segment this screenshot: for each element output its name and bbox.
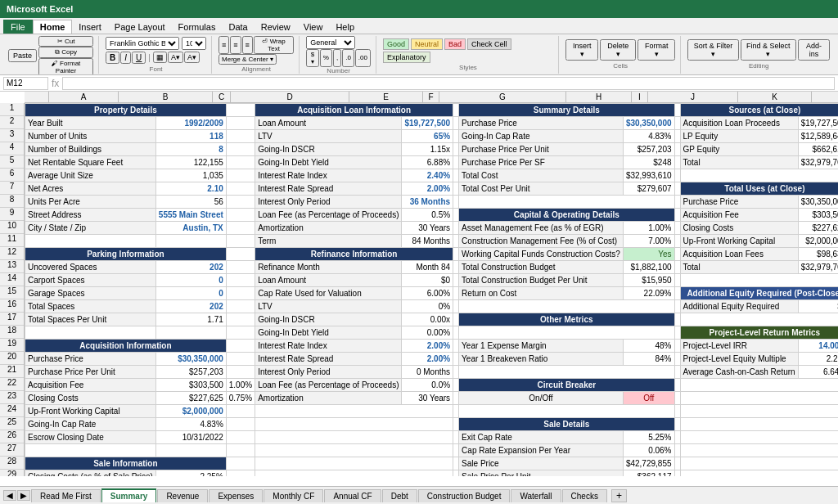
cut-button[interactable]: ✂ Cut bbox=[38, 36, 93, 47]
cmf-value: 7.00% bbox=[623, 235, 674, 248]
underline-button[interactable]: U bbox=[132, 52, 146, 64]
garage-spaces-label: Garage Spaces bbox=[25, 287, 156, 300]
units-per-acre-label: Units Per Acre bbox=[25, 196, 156, 209]
wc-const-label: Working Capital Funds Construction Costs… bbox=[459, 248, 624, 261]
avg-coc-value: 6.64% bbox=[798, 366, 838, 379]
going-in-dscr-value: 1.15x bbox=[402, 143, 453, 156]
italic-button[interactable]: I bbox=[120, 52, 131, 64]
purchase-price-value: $30,350,000 bbox=[623, 117, 674, 130]
number-format-selector[interactable]: General bbox=[306, 36, 355, 49]
tab-file[interactable]: File bbox=[3, 20, 33, 34]
align-right-button[interactable]: ≡ bbox=[242, 36, 253, 54]
addins-button[interactable]: Add-ins bbox=[798, 39, 830, 61]
uses-pp-value: $30,350,000 bbox=[798, 196, 838, 209]
number-label: Number bbox=[306, 67, 371, 74]
circuit-on-off-label: On/Off bbox=[459, 392, 624, 405]
find-select-button[interactable]: Find & Select ▾ bbox=[741, 39, 796, 61]
exit-cap-rate-value: 5.25% bbox=[623, 431, 674, 444]
refi-ir-spread-label: Interest Rate Spread bbox=[255, 353, 402, 366]
spaces-per-unit-value: 1.71 bbox=[155, 313, 226, 326]
lp-equity-value: $12,589,649 bbox=[798, 130, 838, 143]
num-units-value: 118 bbox=[155, 130, 226, 143]
acq-fee-label: Acquisition Fee bbox=[25, 379, 156, 392]
circuit-breaker-header: Circuit Breaker bbox=[459, 379, 674, 392]
align-left-button[interactable]: ≡ bbox=[219, 36, 229, 54]
tab-home[interactable]: Home bbox=[33, 20, 73, 34]
sources-close-header: Sources (at Close) bbox=[680, 104, 838, 117]
refi-ir-index-value: 2.00% bbox=[402, 340, 453, 353]
tab-data[interactable]: Data bbox=[222, 20, 254, 34]
align-center-button[interactable]: ≡ bbox=[230, 36, 241, 54]
cmf-label: Construction Management Fee (% of Cost) bbox=[459, 235, 624, 248]
formula-input[interactable] bbox=[62, 77, 835, 90]
refi-month-value: Month 84 bbox=[402, 261, 453, 274]
escrow-closing-label: Escrow Closing Date bbox=[25, 431, 156, 444]
tab-review[interactable]: Review bbox=[255, 20, 297, 34]
project-irr-label: Project-Level IRR bbox=[680, 340, 798, 353]
uses-closing-costs-value: $227,625 bbox=[798, 222, 838, 235]
interest-rate-spread-label: Interest Rate Spread bbox=[255, 182, 402, 196]
sort-filter-button[interactable]: Sort & Filter ▾ bbox=[687, 39, 738, 61]
font-label: Font bbox=[106, 65, 206, 73]
year-built-label: Year Built bbox=[25, 117, 156, 130]
name-box[interactable] bbox=[3, 77, 48, 90]
insert-button[interactable]: Insert ▾ bbox=[565, 39, 598, 61]
going-in-cap-rate-sum-value: 4.83% bbox=[623, 130, 674, 143]
avg-coc-label: Average Cash-on-Cash Return bbox=[680, 366, 798, 379]
ribbon-bar: Microsoft Excel bbox=[0, 0, 838, 18]
acq-pp-label: Purchase Price bbox=[25, 353, 156, 366]
increase-decimal[interactable]: .0 bbox=[342, 49, 354, 67]
refi-dscr-label: Going-In DSCR bbox=[255, 313, 402, 326]
going-in-debt-yield-label: Going-In Debt Yield bbox=[255, 156, 402, 169]
acquisition-info-header: Acquisition Information bbox=[25, 340, 227, 353]
wc-const-value: Yes bbox=[623, 248, 674, 261]
escrow-closing-value: 10/31/2022 bbox=[155, 431, 226, 444]
pp-per-sf-label: Purchase Price Per SF bbox=[459, 156, 624, 169]
additional-equity-header: Additional Equity Required (Post-Close) bbox=[680, 287, 838, 300]
uses-pp-label: Purchase Price bbox=[680, 196, 798, 209]
uses-acq-fee-value: $303,500 bbox=[798, 209, 838, 222]
street-addr-value: 5555 Main Street bbox=[155, 209, 226, 222]
yr1-expense-margin-label: Year 1 Expense Margin bbox=[459, 340, 624, 353]
wrap-text-button[interactable]: ⏎ Wrap Text bbox=[254, 36, 294, 54]
cap-rate-valuation-value: 6.00% bbox=[402, 287, 453, 300]
grid-content: Property Details Acquisition Loan Inform… bbox=[25, 103, 838, 476]
format-button[interactable]: Format ▾ bbox=[638, 39, 675, 61]
delete-button[interactable]: Delete ▾ bbox=[600, 39, 636, 61]
equity-multiple-label: Project-Level Equity Multiple bbox=[680, 353, 798, 366]
tab-view[interactable]: View bbox=[297, 20, 330, 34]
circuit-on-off-value: Off bbox=[623, 392, 674, 405]
acq-fee-value: $303,500 bbox=[155, 379, 226, 392]
refi-loan-amount-label: Loan Amount bbox=[255, 274, 402, 287]
bold-button[interactable]: B bbox=[106, 52, 119, 64]
sale-info-header: Sale Information bbox=[25, 457, 227, 470]
loan-amount-label: Loan Amount bbox=[255, 117, 402, 130]
closing-costs-acq-pct: 0.75% bbox=[226, 392, 255, 405]
font-selector[interactable]: Franklin Gothic Book bbox=[106, 37, 179, 50]
comma-button[interactable]: , bbox=[333, 49, 341, 67]
font-color-button[interactable]: A▾ bbox=[184, 52, 200, 63]
fill-color-button[interactable]: A▾ bbox=[168, 52, 183, 63]
uses-loan-fees-label: Acquisition Loan Fees bbox=[680, 248, 798, 261]
paste-button[interactable]: Paste bbox=[8, 49, 37, 62]
merge-center-button[interactable]: Merge & Center ▾ bbox=[219, 54, 277, 65]
uses-total-label: Total bbox=[680, 261, 798, 274]
cells-label: Cells bbox=[565, 62, 675, 70]
format-painter-button[interactable]: 🖌 Format Painter bbox=[38, 58, 93, 76]
copy-button[interactable]: ⧉ Copy bbox=[38, 47, 93, 58]
exit-cap-rate-label: Exit Cap Rate bbox=[459, 431, 624, 444]
formula-bar: fx bbox=[0, 75, 838, 92]
tab-insert[interactable]: Insert bbox=[72, 20, 108, 34]
currency-button[interactable]: $ ▾ bbox=[306, 49, 319, 67]
closing-costs-acq-value: $227,625 bbox=[155, 392, 226, 405]
nrsf-label: Net Rentable Square Feet bbox=[25, 156, 156, 169]
decrease-decimal[interactable]: .00 bbox=[355, 49, 371, 67]
font-size-selector[interactable]: 10 bbox=[182, 37, 206, 50]
percent-button[interactable]: % bbox=[320, 49, 332, 67]
tab-help[interactable]: Help bbox=[329, 20, 361, 34]
borders-button[interactable]: ▦ bbox=[153, 52, 167, 63]
tab-page-layout[interactable]: Page Layout bbox=[108, 20, 172, 34]
refi-amortization-value: 30 Years bbox=[402, 392, 453, 405]
tab-formulas[interactable]: Formulas bbox=[172, 20, 223, 34]
acq-pp-per-unit-value: $257,203 bbox=[155, 366, 226, 379]
